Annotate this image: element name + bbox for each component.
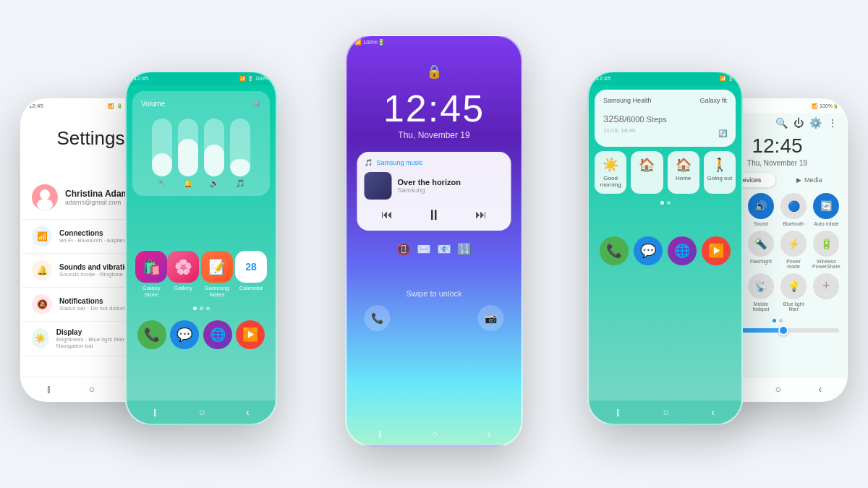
qs-tile-bluetooth[interactable]: 🔵 Bluetooth	[780, 193, 808, 226]
health-header: Samsung Health Galaxy fit	[603, 97, 727, 104]
dock-youtube-4[interactable]: ▶️	[702, 236, 731, 265]
nav-recents-3[interactable]: ⫿	[378, 428, 383, 440]
page-dots	[127, 304, 276, 313]
add-tile-icon: +	[813, 273, 839, 299]
dock-phone[interactable]: 📞	[137, 320, 166, 349]
qs-tile-flashlight[interactable]: 🔦 Flashlight	[746, 231, 775, 269]
volume-panel: Volume ⚙️ 🔧 🔔	[132, 91, 270, 196]
app-gallery[interactable]: 🌸 Gallery	[167, 251, 199, 298]
health-steps: 3258/6000 Steps	[603, 104, 667, 127]
main-scene: 12:45 📶 🔋 ●●●▲100% Settings 🔍 Christina …	[7, 13, 861, 476]
nav-home-4[interactable]: ○	[663, 406, 668, 418]
nav-recents[interactable]: ⫿	[46, 383, 51, 395]
qs-tile-add[interactable]: +	[812, 273, 841, 312]
vol-icon-3: 🔊	[210, 179, 218, 187]
play-button[interactable]: ⏸	[427, 207, 441, 223]
status-bar-3: 📶 100%🔋	[347, 36, 522, 49]
vol-icon-2: 🔔	[184, 179, 192, 187]
profile-name: Christina Adams	[65, 189, 134, 199]
dock-messages[interactable]: 💬	[170, 320, 199, 349]
phone-volume: 12:45 📶 🔋 100% Volume ⚙️ 🔧	[125, 71, 277, 425]
dock-messages-4[interactable]: 💬	[634, 236, 663, 265]
dock-youtube[interactable]: ▶️	[236, 320, 265, 349]
qs-tile-hotspot[interactable]: 📡 Mobile hotspot	[746, 273, 775, 312]
lock-bottom: 📞 📷	[347, 305, 522, 331]
nav-back-3[interactable]: ‹	[488, 428, 491, 440]
nav-recents-4[interactable]: ⫿	[616, 406, 621, 418]
q-tile-morning[interactable]: ☀️ Good morning	[595, 151, 626, 194]
qs-tile-power[interactable]: ⚡ Power mode	[780, 231, 808, 269]
nav-home-5[interactable]: ○	[775, 383, 780, 395]
lock-time: 12:45	[347, 87, 522, 130]
profile-email: adams@gmail.com	[65, 199, 134, 206]
connections-icon: 📶	[32, 226, 52, 247]
flashlight-tile-icon: 🔦	[748, 231, 774, 257]
tab-media[interactable]: ▶ Media	[780, 173, 840, 187]
qs-tile-powershare[interactable]: 🔋 Wireless PowerShare	[812, 231, 841, 269]
nav-back-4[interactable]: ‹	[711, 406, 715, 418]
qs-settings-icon[interactable]: ⚙️	[809, 117, 822, 129]
display-icon: ☀️	[32, 328, 49, 348]
app-galaxy-store[interactable]: 🛍️ Galaxy Store	[135, 251, 167, 298]
nav-back-2[interactable]: ‹	[246, 406, 250, 418]
song-title: Over the horizon	[398, 178, 461, 187]
refresh-icon[interactable]: 🔄	[718, 129, 727, 137]
q-tile-going-out[interactable]: 🚶 Going out	[704, 151, 736, 194]
dot-5-1	[773, 319, 776, 322]
page-dots-4	[589, 198, 741, 207]
sounds-label: Sounds and vibration	[59, 263, 133, 271]
home-icon: 🏠	[676, 157, 692, 173]
dot-2	[200, 307, 203, 310]
media-label: Media	[804, 176, 822, 184]
album-art	[365, 172, 392, 200]
dot-4-1	[660, 201, 664, 205]
lock-left-button[interactable]: 📞	[365, 305, 391, 331]
qs-tile-bluelight[interactable]: 💡 Blue light filter	[780, 273, 808, 312]
music-app-name: Samsung music	[377, 159, 423, 166]
song-artist: Samsung	[398, 187, 461, 194]
dock-browser-4[interactable]: 🌐	[668, 236, 697, 265]
dock-browser[interactable]: 🌐	[203, 320, 232, 349]
lock-icon: 🔒	[426, 64, 442, 80]
qs-power-icon[interactable]: ⏻	[793, 117, 804, 129]
nav-recents-2[interactable]: ⫿	[153, 406, 158, 418]
nav-home-3[interactable]: ○	[432, 428, 438, 440]
q-tile-blank: 🏠	[631, 151, 663, 194]
gallery-icon: 🌸	[167, 251, 199, 283]
music-info: Over the horizon Samsung	[365, 172, 504, 200]
music-header: 🎵 Samsung music	[365, 159, 504, 166]
status-bar-4: 12:45 📶 🔋	[589, 72, 741, 85]
lock-date: Thu, November 19	[347, 130, 522, 140]
rotate-tile-icon: 🔄	[813, 193, 839, 219]
morning-icon: ☀️	[603, 157, 618, 173]
bluelight-tile-icon: 💡	[780, 273, 807, 299]
dock-row-4: 📞 💬 🌐 ▶️	[589, 232, 741, 270]
app-notes[interactable]: 📝 Samsung Notes	[199, 251, 235, 298]
notif-call-icon: 📵	[396, 242, 411, 256]
music-card[interactable]: 🎵 Samsung music Over the horizon Samsung…	[357, 152, 511, 231]
prev-button[interactable]: ⏮	[381, 208, 393, 221]
nav-home-2[interactable]: ○	[199, 406, 205, 418]
next-button[interactable]: ⏭	[475, 208, 487, 221]
volume-settings-icon[interactable]: ⚙️	[252, 100, 261, 108]
volume-header: Volume ⚙️	[141, 100, 261, 108]
vol-slider-4: 🎵	[230, 119, 250, 187]
brightness-thumb	[778, 325, 788, 335]
lock-right-button[interactable]: 📷	[478, 305, 504, 331]
qs-tile-rotate[interactable]: 🔄 Auto rotate	[812, 193, 841, 226]
svg-point-2	[37, 199, 53, 210]
bluelight-label: Blue light filter	[780, 301, 808, 312]
hotspot-tile-icon: 📡	[748, 273, 774, 299]
nav-home[interactable]: ○	[88, 383, 94, 395]
dock-phone-4[interactable]: 📞	[600, 236, 629, 265]
app-calendar[interactable]: 28 Calendar	[235, 251, 267, 298]
power-label: Power mode	[780, 259, 808, 269]
notifications-label: Notifications	[59, 297, 127, 305]
qs-tile-sound[interactable]: 🔊 Sound	[746, 193, 775, 226]
swipe-text: Swipe to unlock	[347, 289, 522, 298]
qs-search-icon[interactable]: 🔍	[775, 117, 788, 129]
qs-more-icon[interactable]: ⋮	[827, 117, 838, 129]
galaxy-fit-label: Galaxy fit	[699, 97, 727, 104]
nav-back-5[interactable]: ‹	[818, 383, 822, 395]
q-tile-home[interactable]: 🏠 Home	[668, 151, 699, 194]
